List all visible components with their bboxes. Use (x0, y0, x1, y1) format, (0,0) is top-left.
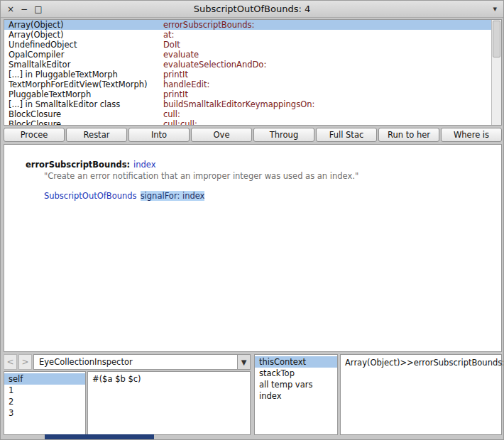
inspector-field-list: self123 (4, 371, 86, 435)
context-item[interactable]: all temp vars (255, 379, 337, 390)
debug-button-into[interactable]: Into (128, 128, 190, 142)
stack-receiver-label: Array(Object) (9, 30, 163, 40)
inspector-field-item[interactable]: 1 (4, 385, 85, 396)
inspector-class-label: EyeCollectionInspector (39, 357, 133, 367)
inspector-field-item[interactable]: 2 (4, 396, 85, 407)
stack-selector-label: buildSmalltalkEditorKeymappingsOn: (163, 99, 314, 109)
stack-row[interactable]: SmalltalkEditorevaluateSelectionAndDo: (4, 60, 491, 70)
stack-receiver-label: [...] in SmalltalkEditor class (9, 99, 163, 109)
chevron-down-icon[interactable]: ▼ (237, 355, 250, 369)
stack-selector-label: evaluateSelectionAndDo: (163, 60, 266, 70)
method-comment: "Create an error notification that an im… (44, 171, 358, 181)
stack-selector-label: handleEdit: (163, 79, 209, 89)
back-button[interactable]: < (4, 354, 17, 370)
inspector-field-item[interactable]: 3 (4, 407, 85, 419)
inspector-value-pane[interactable]: #($a $b $c) (87, 371, 251, 435)
method-reference: Array(Object)>>errorSubscriptBounds: (345, 358, 504, 368)
method-reference-pane[interactable]: Array(Object)>>errorSubscriptBounds: (340, 354, 502, 435)
debug-button-restar[interactable]: Restar (66, 128, 127, 142)
taskbar-fragment (45, 434, 154, 440)
context-item[interactable]: stackTop (255, 368, 337, 379)
stack-selector-label: cull:cull: (163, 119, 197, 125)
stack-selector-label: at: (163, 30, 174, 40)
stack-row[interactable]: PluggableTextMorphprintIt (4, 89, 491, 99)
stack-selector-label: cull: (163, 109, 180, 119)
receiver-class: SubscriptOutOfBounds (44, 191, 137, 201)
selected-code: signalFor: index (141, 191, 205, 201)
stack-selector-label: printIt (163, 89, 188, 99)
stack-scrollbar[interactable] (491, 20, 501, 125)
stack-selector-label: DoIt (163, 40, 180, 50)
context-list: thisContextstackTopall temp varsindex (254, 354, 338, 435)
stack-receiver-label: OpalCompiler (9, 50, 163, 60)
stack-receiver-label: BlockClosure (9, 109, 163, 119)
stack-receiver-label: SmalltalkEditor (9, 60, 163, 70)
debug-toolbar: ProceeRestarIntoOveThrougFull StacRun to… (4, 128, 502, 142)
inspector-body: self123 #($a $b $c) (4, 371, 251, 435)
forward-button[interactable]: > (18, 354, 32, 370)
stack-pane: Array(Object)errorSubscriptBounds:Array(… (4, 19, 502, 126)
stack-row[interactable]: UndefinedObjectDoIt (4, 40, 491, 50)
scrollbar-thumb[interactable] (493, 21, 500, 57)
inspector-pane: < > EyeCollectionInspector ▼ self123 #($… (4, 354, 251, 435)
stack-row[interactable]: BlockClosurecull: (4, 109, 491, 119)
window-title: SubscriptOutOfBounds: 4 (1, 1, 503, 18)
stack-receiver-label: [...] in PluggableTextMorph (9, 70, 163, 79)
stack-receiver-label: BlockClosure (9, 119, 163, 125)
method-body-line: SubscriptOutOfBoundssignalFor: index (28, 181, 204, 211)
debugger-window: × − □ SubscriptOutOfBounds: 4 ▾ Array(Ob… (0, 0, 504, 440)
stack-row[interactable]: OpalCompilerevaluate (4, 50, 491, 60)
stack-list: Array(Object)errorSubscriptBounds:Array(… (4, 20, 491, 125)
stack-row[interactable]: TextMorphForEditView(TextMorph)handleEdi… (4, 79, 491, 89)
stack-receiver-label: Array(Object) (9, 20, 163, 30)
context-item[interactable]: thisContext (255, 356, 337, 368)
debug-button-procee[interactable]: Procee (4, 128, 65, 142)
stack-row[interactable]: Array(Object)errorSubscriptBounds: (4, 20, 491, 30)
stack-selector-label: evaluate (163, 50, 199, 60)
stack-row[interactable]: [...] in SmalltalkEditor classbuildSmall… (4, 99, 491, 109)
stack-row[interactable]: [...] in PluggableTextMorphprintIt (4, 70, 491, 79)
context-item[interactable]: index (255, 390, 337, 402)
inspector-value: #($a $b $c) (92, 374, 141, 384)
stack-row[interactable]: BlockClosurecull:cull: (4, 119, 491, 125)
debug-button-throug[interactable]: Throug (253, 128, 314, 142)
stack-selector-label: printIt (163, 70, 188, 79)
stack-receiver-label: TextMorphForEditView(TextMorph) (9, 79, 163, 89)
debug-button-ove[interactable]: Ove (191, 128, 252, 142)
debug-button-run-to-her[interactable]: Run to her (378, 128, 439, 142)
stack-receiver-label: UndefinedObject (9, 40, 163, 50)
inspector-field-item[interactable]: self (4, 373, 85, 385)
debug-button-where-is[interactable]: Where is (441, 128, 502, 142)
debug-button-full-stac[interactable]: Full Stac (316, 128, 377, 142)
inspector-class-dropdown[interactable]: EyeCollectionInspector ▼ (33, 354, 251, 370)
stack-receiver-label: PluggableTextMorph (9, 89, 163, 99)
window-menu-icon[interactable]: ▾ (493, 1, 497, 18)
stack-row[interactable]: Array(Object)at: (4, 30, 491, 40)
source-pane[interactable]: errorSubscriptBounds:index "Create an er… (4, 144, 502, 352)
stack-selector-label: errorSubscriptBounds: (163, 20, 254, 30)
inspector-toolbar: < > EyeCollectionInspector ▼ (4, 354, 251, 370)
titlebar[interactable]: × − □ SubscriptOutOfBounds: 4 ▾ (1, 1, 503, 18)
